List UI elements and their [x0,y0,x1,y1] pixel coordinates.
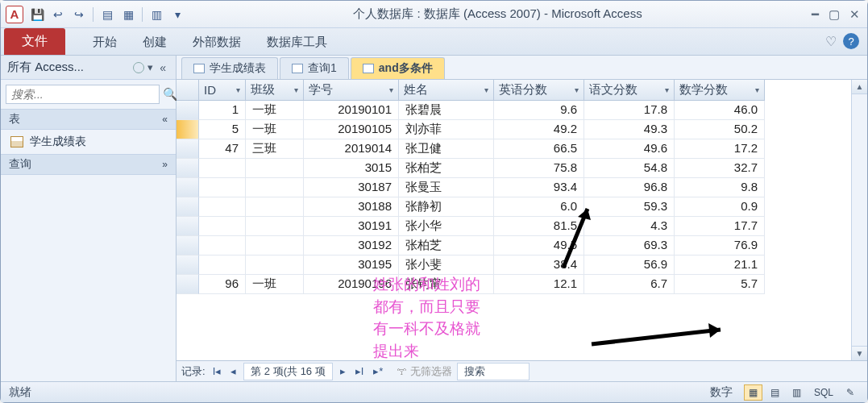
file-tab[interactable]: 文件 [4,28,65,55]
next-record-button[interactable]: ▸ [338,365,348,377]
cell-math[interactable]: 76.9 [675,236,765,256]
cell-chinese[interactable]: 96.8 [584,178,675,197]
scroll-down-icon[interactable]: ▼ [852,346,867,360]
cell-english[interactable]: 66.5 [494,139,584,159]
cell-name[interactable]: 张小斐 [399,256,494,275]
close-button[interactable]: ✕ [847,7,862,22]
ribbon-tab-dbtools[interactable]: 数据库工具 [254,30,340,55]
design-view-button[interactable]: ✎ [841,384,859,401]
column-dropdown-icon[interactable]: ▾ [575,85,579,94]
cell-sid[interactable]: 20190105 [304,120,399,139]
cell-math[interactable]: 9.8 [675,178,765,197]
column-dropdown-icon[interactable]: ▾ [484,85,488,94]
first-record-button[interactable]: I◂ [210,365,224,377]
cell-sid[interactable]: 3015 [304,159,399,178]
row-selector[interactable] [177,236,199,256]
column-header[interactable]: 班级▾ [246,80,304,101]
nav-dropdown-icon[interactable]: ▾ [144,61,156,73]
datasheet-icon[interactable]: ▥ [147,6,165,23]
nav-filter-icon[interactable] [133,62,144,73]
cell-math[interactable]: 0.9 [675,197,765,217]
cell-chinese[interactable]: 17.8 [584,101,675,120]
cell-class[interactable] [246,236,304,256]
column-header[interactable]: 数学分数▾ [675,80,765,101]
cell-sid[interactable]: 30195 [304,256,399,275]
column-dropdown-icon[interactable]: ▾ [389,85,393,94]
row-selector[interactable] [177,120,199,139]
form-icon[interactable]: ▦ [119,6,137,23]
cell-chinese[interactable]: 59.3 [584,197,675,217]
cell-english[interactable]: 93.4 [494,178,584,197]
cell-english[interactable]: 6.0 [494,197,584,217]
cell-id[interactable]: 47 [199,139,246,159]
row-selector[interactable] [177,178,199,197]
nav-collapse-icon[interactable]: « [156,61,169,74]
cell-class[interactable]: 一班 [246,120,304,139]
cell-math[interactable]: 46.0 [675,101,765,120]
cell-class[interactable]: 三班 [246,139,304,159]
last-record-button[interactable]: ▸I [353,365,367,377]
cell-chinese[interactable]: 49.6 [584,139,675,159]
minimize-button[interactable]: ━ [809,7,821,22]
doc-tab[interactable]: 查询1 [280,57,349,79]
doc-tab[interactable]: and多条件 [351,57,445,79]
cell-chinese[interactable]: 54.8 [584,159,675,178]
ribbon-tab-home[interactable]: 开始 [80,30,130,55]
cell-id[interactable] [199,178,246,197]
cell-sid[interactable]: 30192 [304,236,399,256]
cell-sid[interactable]: 20190196 [304,275,399,294]
cell-sid[interactable]: 30187 [304,178,399,197]
cell-class[interactable] [246,159,304,178]
cell-name[interactable]: 张曼玉 [399,178,494,197]
cell-english[interactable]: 9.6 [494,101,584,120]
cell-math[interactable]: 17.2 [675,139,765,159]
nav-item-student-scores[interactable]: 学生成绩表 [1,130,176,154]
cell-id[interactable] [199,256,246,275]
layout-view-button[interactable]: ▥ [787,384,806,401]
cell-class[interactable] [246,197,304,217]
cell-class[interactable] [246,178,304,197]
help-button[interactable]: ? [843,33,859,49]
column-dropdown-icon[interactable]: ▾ [755,85,759,94]
cell-math[interactable]: 21.1 [675,256,765,275]
record-position[interactable]: 第 2 项(共 16 项 [243,363,332,380]
cell-class[interactable] [246,217,304,236]
cell-name[interactable]: 张碧晨 [399,101,494,120]
cell-sid[interactable]: 2019014 [304,139,399,159]
cell-sid[interactable]: 30191 [304,217,399,236]
cell-chinese[interactable]: 56.9 [584,256,675,275]
cell-english[interactable]: 12.1 [494,275,584,294]
doc-tab[interactable]: 学生成绩表 [181,57,278,79]
data-grid[interactable]: ID▾班级▾学号▾姓名▾英语分数▾语文分数▾数学分数▾1一班20190101张碧… [177,80,867,294]
prev-record-button[interactable]: ◂ [228,365,239,377]
print-preview-icon[interactable]: ▤ [98,6,116,23]
cell-english[interactable]: 81.5 [494,217,584,236]
vertical-scrollbar[interactable]: ▲ ▼ [851,80,867,360]
cell-name[interactable]: 张钧甯 [399,275,494,294]
cell-id[interactable] [199,197,246,217]
cell-class[interactable]: 一班 [246,101,304,120]
qat-more-icon[interactable]: ▾ [168,6,186,23]
cell-chinese[interactable]: 49.3 [584,120,675,139]
cell-math[interactable]: 32.7 [675,159,765,178]
row-selector[interactable] [177,101,199,120]
sql-view-button[interactable]: SQL [809,384,838,401]
undo-icon[interactable]: ↩ [49,6,67,23]
cell-id[interactable]: 1 [199,101,246,120]
row-selector[interactable] [177,197,199,217]
cell-sid[interactable]: 30188 [304,197,399,217]
cell-id[interactable]: 5 [199,120,246,139]
new-record-button[interactable]: ▸* [371,365,385,377]
row-selector[interactable] [177,275,199,294]
cell-math[interactable]: 50.2 [675,120,765,139]
maximize-button[interactable]: ▢ [826,7,842,22]
cell-english[interactable]: 38.4 [494,256,584,275]
row-selector[interactable] [177,159,199,178]
column-header[interactable]: 学号▾ [304,80,399,101]
nav-group-tables[interactable]: 表 « [1,109,176,130]
column-header[interactable]: 语文分数▾ [584,80,675,101]
column-header[interactable]: 姓名▾ [399,80,494,101]
column-dropdown-icon[interactable]: ▾ [665,85,669,94]
cell-name[interactable]: 张静初 [399,197,494,217]
row-selector-header[interactable] [177,80,199,101]
